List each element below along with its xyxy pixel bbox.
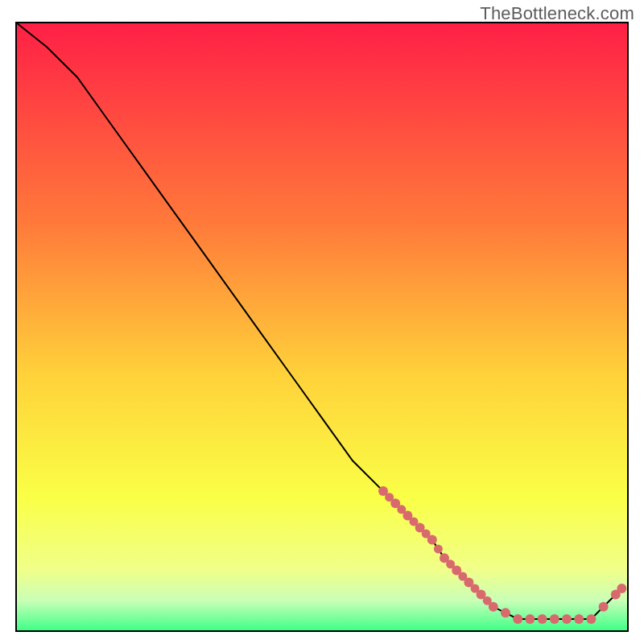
bottleneck-chart: TheBottleneck.com (0, 0, 644, 644)
data-dot (501, 608, 510, 617)
data-dot (513, 614, 522, 624)
data-dot (427, 535, 437, 545)
data-dot (599, 602, 609, 612)
data-dot (434, 544, 443, 553)
data-dot (538, 614, 547, 624)
data-dot (617, 584, 626, 593)
chart-svg (0, 0, 644, 644)
data-dot (525, 614, 535, 624)
gradient-background (16, 23, 628, 631)
data-dot (586, 614, 596, 624)
data-dot (562, 614, 572, 624)
plot-area (16, 23, 628, 631)
data-dot (550, 614, 559, 624)
watermark-text: TheBottleneck.com (480, 3, 634, 24)
data-dot (489, 602, 498, 612)
data-dot (574, 614, 584, 624)
